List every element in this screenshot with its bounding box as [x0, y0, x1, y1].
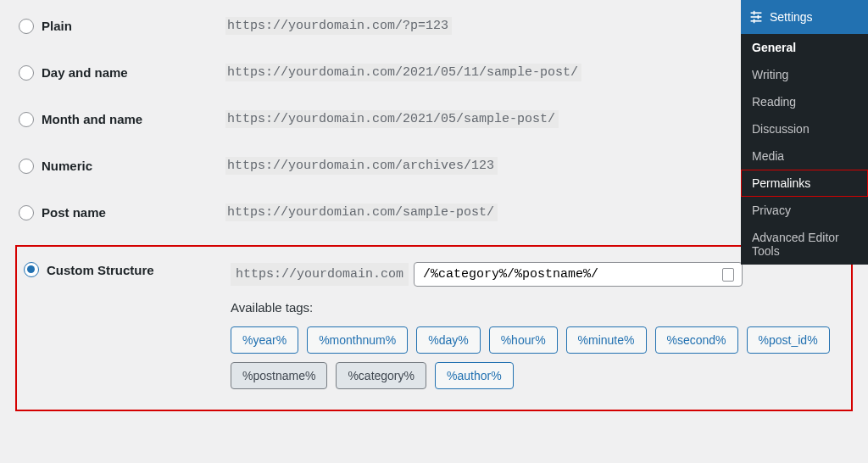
- example-plain: https://yourdomain.com/?p=123: [225, 17, 452, 35]
- option-row-month-name: Month and namehttps://yourdomain.com/202…: [15, 110, 737, 128]
- sidebar-item-general[interactable]: General: [741, 34, 868, 61]
- label-post-name: Post name: [42, 205, 106, 220]
- label-day-name: Day and name: [42, 65, 128, 80]
- option-row-plain: Plainhttps://yourdomain.com/?p=123: [15, 17, 737, 35]
- radio-custom-structure[interactable]: [24, 262, 39, 277]
- svg-rect-1: [754, 11, 755, 15]
- option-row-day-name: Day and namehttps://yourdomain.com/2021/…: [15, 64, 737, 81]
- sidebar-item-media[interactable]: Media: [741, 142, 868, 170]
- radio-post-name[interactable]: [19, 205, 34, 220]
- tag-button-post_id[interactable]: %post_id%: [747, 326, 830, 354]
- tag-button-year[interactable]: %year%: [231, 326, 298, 354]
- sidebar-header-settings[interactable]: Settings: [741, 0, 868, 34]
- tag-button-hour[interactable]: %hour%: [489, 326, 558, 354]
- custom-base-url: https://yourdomain.com: [231, 263, 409, 286]
- sidebar-item-discussion[interactable]: Discussion: [741, 115, 868, 142]
- sidebar-item-writing[interactable]: Writing: [741, 61, 868, 88]
- custom-structure-input[interactable]: [414, 262, 743, 287]
- label-month-name: Month and name: [42, 112, 142, 126]
- example-month-name: https://yourdomain.com/2021/05/sample-po…: [225, 110, 559, 128]
- sidebar-item-advanced-editor-tools[interactable]: Advanced Editor Tools: [741, 224, 868, 265]
- svg-rect-5: [754, 19, 755, 23]
- option-row-numeric: Numerichttps://yourdomain.com/archives/1…: [15, 157, 737, 175]
- sliders-icon: [749, 10, 763, 24]
- tag-button-category[interactable]: %category%: [336, 362, 426, 389]
- custom-structure-highlight: Custom Structure https://yourdomain.com …: [15, 245, 853, 411]
- tag-button-minute[interactable]: %minute%: [566, 326, 647, 354]
- sidebar-item-permalinks[interactable]: Permalinks: [741, 170, 868, 197]
- radio-month-name[interactable]: [19, 112, 34, 127]
- tag-button-monthnum[interactable]: %monthnum%: [307, 326, 408, 354]
- svg-rect-0: [751, 12, 762, 14]
- available-tags-label: Available tags:: [231, 300, 841, 315]
- example-numeric: https://yourdomain.com/archives/123: [225, 157, 498, 175]
- example-day-name: https://yourdomain.com/2021/05/11/sample…: [225, 64, 581, 81]
- tag-button-day[interactable]: %day%: [416, 326, 480, 354]
- sidebar-item-reading[interactable]: Reading: [741, 88, 868, 115]
- example-post-name: https://yourdomian.com/sample-post/: [225, 204, 498, 221]
- option-row-post-name: Post namehttps://yourdomian.com/sample-p…: [15, 204, 737, 221]
- radio-plain[interactable]: [19, 19, 34, 34]
- label-plain: Plain: [42, 19, 72, 33]
- svg-rect-3: [758, 15, 760, 20]
- radio-day-name[interactable]: [19, 65, 34, 81]
- tag-button-second[interactable]: %second%: [655, 326, 738, 354]
- tag-button-postname[interactable]: %postname%: [231, 362, 327, 389]
- label-custom-structure: Custom Structure: [47, 263, 154, 277]
- svg-rect-2: [751, 16, 762, 18]
- label-numeric: Numeric: [42, 159, 92, 173]
- svg-rect-4: [751, 20, 762, 22]
- tag-button-author[interactable]: %author%: [435, 362, 514, 389]
- radio-numeric[interactable]: [19, 159, 34, 174]
- sidebar-item-privacy[interactable]: Privacy: [741, 197, 868, 224]
- sidebar-header-label: Settings: [770, 10, 813, 24]
- settings-sidebar: Settings GeneralWritingReadingDiscussion…: [741, 0, 868, 265]
